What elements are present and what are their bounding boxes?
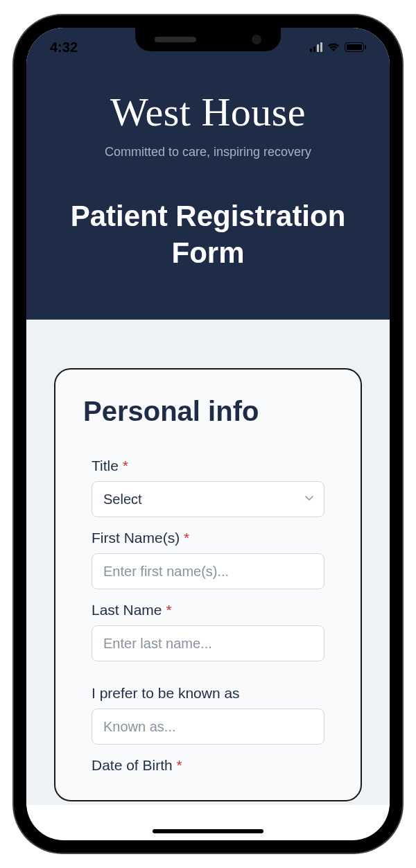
known-as-field-group: I prefer to be known as [83, 685, 333, 745]
known-as-label: I prefer to be known as [92, 685, 324, 702]
page-title: Patient Registration Form [40, 198, 376, 271]
brand-tagline: Committed to care, inspiring recovery [40, 145, 376, 159]
last-name-field-group: Last Name * [83, 602, 333, 661]
label-text: First Name(s) [92, 530, 180, 546]
status-time: 4:32 [50, 40, 78, 55]
dob-label: Date of Birth * [92, 757, 324, 774]
known-as-input[interactable] [92, 709, 324, 745]
title-label: Title * [92, 458, 324, 474]
front-camera [252, 35, 261, 44]
label-text: Title [92, 458, 119, 474]
section-heading: Personal info [83, 396, 333, 427]
app-content: West House Committed to care, inspiring … [26, 28, 390, 840]
required-star: * [184, 530, 189, 546]
phone-screen: 4:32 [26, 28, 390, 840]
cellular-signal-icon [310, 42, 322, 52]
label-text: Date of Birth [92, 757, 173, 773]
status-icons [310, 42, 366, 52]
first-name-field-group: First Name(s) * [83, 530, 333, 589]
last-name-input[interactable] [92, 625, 324, 661]
speaker-grill [155, 37, 196, 42]
label-text: I prefer to be known as [92, 685, 240, 701]
form-body: Personal info Title * Select [26, 320, 390, 805]
personal-info-card: Personal info Title * Select [54, 368, 362, 801]
home-indicator[interactable] [153, 829, 263, 833]
first-name-label: First Name(s) * [92, 530, 324, 546]
battery-icon [345, 42, 366, 52]
title-field-group: Title * Select [83, 458, 333, 517]
form-header: West House Committed to care, inspiring … [26, 28, 390, 320]
label-text: Last Name [92, 602, 162, 618]
dob-field-group: Date of Birth * [83, 757, 333, 774]
title-select[interactable]: Select [92, 481, 324, 517]
required-star: * [166, 602, 171, 618]
required-star: * [177, 757, 182, 773]
required-star: * [123, 458, 128, 474]
phone-device-frame: 4:32 [14, 15, 402, 853]
phone-notch [135, 28, 281, 51]
brand-name: West House [40, 89, 376, 135]
title-select-wrap: Select [92, 481, 324, 517]
wifi-icon [327, 42, 340, 52]
first-name-input[interactable] [92, 553, 324, 589]
last-name-label: Last Name * [92, 602, 324, 618]
